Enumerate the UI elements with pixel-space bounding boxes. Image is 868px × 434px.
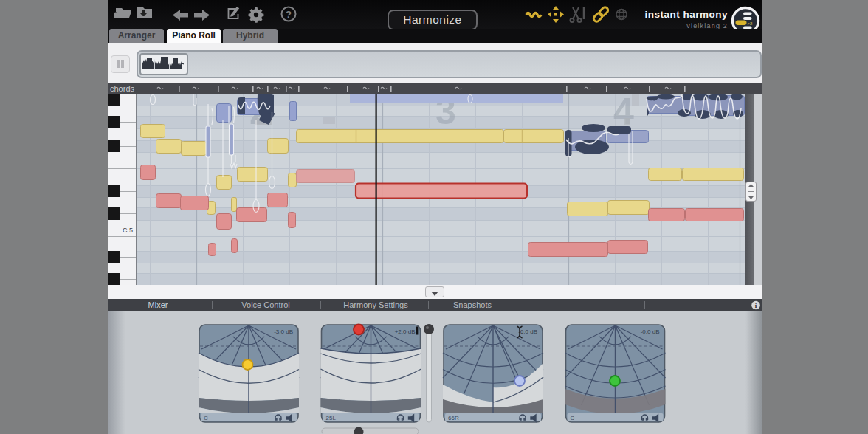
svg-text:25L: 25L (326, 415, 337, 421)
svg-text:-3.0 dB: -3.0 dB (274, 328, 293, 335)
svg-text:C: C (204, 415, 208, 421)
svg-text:?: ? (286, 9, 292, 20)
svg-text:66R: 66R (448, 415, 459, 421)
svg-text:-6.0 dB: -6.0 dB (518, 328, 537, 335)
svg-text:chords: chords (110, 84, 135, 93)
svg-text:-0.0 dB: -0.0 dB (641, 328, 660, 335)
svg-text:+2.0 dB: +2.0 dB (395, 328, 416, 335)
svg-text:C: C (571, 415, 575, 421)
svg-text:C 5: C 5 (123, 227, 133, 234)
svg-text:>2: >2 (748, 21, 754, 26)
